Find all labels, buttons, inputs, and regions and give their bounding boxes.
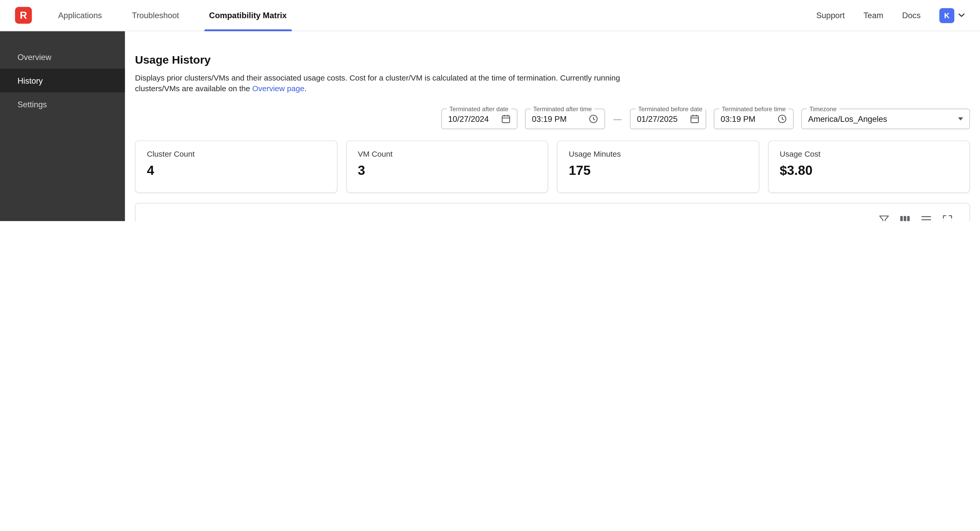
stat-value: 4 [147,163,325,178]
stat-card-cluster-count: Cluster Count 4 [135,141,337,193]
description-suffix: . [304,84,306,93]
secondary-nav: Support Team Docs K [816,8,965,23]
stat-label: VM Count [358,150,536,159]
terminated-before-date-input[interactable]: Terminated before date 01/27/2025 [630,109,706,129]
field-value: America/Los_Angeles [808,114,958,124]
terminated-before-time-input[interactable]: Terminated before time 03:19 PM [714,109,794,129]
account-menu[interactable]: K [939,8,965,23]
field-label: Terminated after time [531,105,594,112]
field-label: Terminated before time [719,105,788,112]
page-title: Usage History [135,54,970,67]
page-description: Displays prior clusters/VMs and their as… [135,73,625,94]
stat-card-usage-cost: Usage Cost $3.80 [768,141,970,193]
app-window: R Applications Troubleshoot Compatibilit… [0,0,980,221]
sidebar-item-settings[interactable]: Settings [0,92,125,116]
field-value: 01/27/2025 [637,114,690,124]
calendar-icon[interactable] [501,114,511,124]
terminated-after-date-input[interactable]: Terminated after date 10/27/2024 [441,109,517,129]
filter-icon[interactable] [878,214,889,221]
date-range-separator: — [612,114,622,124]
sidebar-item-history[interactable]: History [0,68,125,92]
field-value: 03:19 PM [721,114,778,124]
sidebar-item-overview[interactable]: Overview [0,45,125,68]
calendar-icon[interactable] [690,114,699,124]
field-label: Terminated before date [636,105,705,112]
usage-history-table-card: Actions Name By Cost Distribution [135,203,970,221]
stat-value: $3.80 [780,163,958,178]
nav-item-applications[interactable]: Applications [54,0,106,31]
dropdown-caret-icon [958,117,963,120]
fullscreen-icon[interactable] [942,214,953,221]
nav-link-team[interactable]: Team [864,11,883,20]
stat-cards: Cluster Count 4 VM Count 3 Usage Minutes… [135,141,970,193]
chevron-down-icon [958,13,965,17]
stat-label: Usage Cost [780,150,958,159]
field-value: 10/27/2024 [448,114,501,124]
stat-label: Usage Minutes [569,150,747,159]
stat-value: 3 [358,163,536,178]
nav-item-compatibility-matrix[interactable]: Compatibility Matrix [205,0,290,31]
nav-link-docs[interactable]: Docs [902,11,920,20]
main-content: Usage History Displays prior clusters/VM… [125,31,980,221]
description-text: Displays prior clusters/VMs and their as… [135,74,620,93]
filter-bar: Terminated after date 10/27/2024 Termina… [135,109,970,129]
primary-nav: Applications Troubleshoot Compatibility … [54,0,291,31]
clock-icon[interactable] [777,114,787,124]
columns-icon[interactable] [899,214,910,221]
top-navigation: R Applications Troubleshoot Compatibilit… [0,0,980,31]
nav-link-support[interactable]: Support [816,11,845,20]
table-toolbar [144,211,961,221]
density-icon[interactable] [921,214,932,221]
terminated-after-time-input[interactable]: Terminated after time 03:19 PM [525,109,605,129]
stat-card-vm-count: VM Count 3 [346,141,548,193]
replicated-logo[interactable]: R [15,7,32,24]
stat-label: Cluster Count [147,150,325,159]
field-label: Timezone [807,105,839,112]
nav-item-troubleshoot[interactable]: Troubleshoot [128,0,183,31]
field-label: Terminated after date [447,105,511,112]
overview-page-link[interactable]: Overview page [252,84,304,93]
timezone-select[interactable]: Timezone America/Los_Angeles [801,109,970,129]
stat-value: 175 [569,163,747,178]
sidebar: Overview History Settings [0,31,125,221]
stat-card-usage-minutes: Usage Minutes 175 [557,141,759,193]
field-value: 03:19 PM [532,114,589,124]
avatar[interactable]: K [939,8,955,23]
clock-icon[interactable] [589,114,598,124]
